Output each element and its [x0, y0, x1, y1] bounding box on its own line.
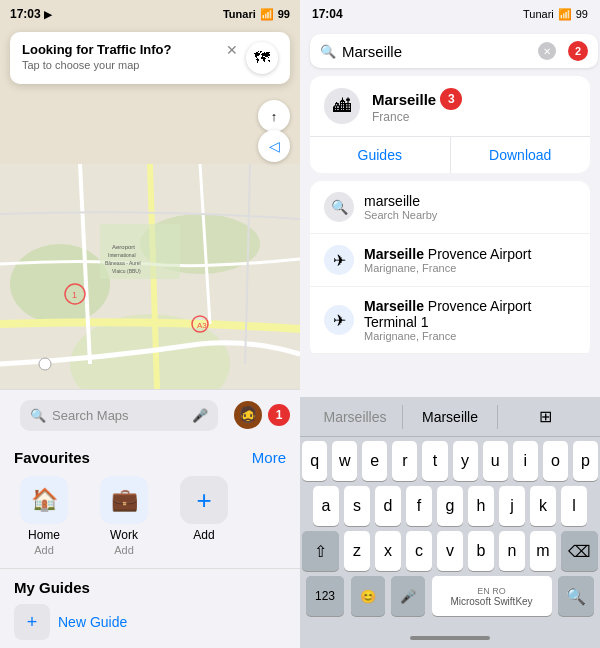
key-d[interactable]: d: [375, 486, 401, 526]
key-y[interactable]: y: [453, 441, 478, 481]
kb-row-1: q w e r t y u i o p: [302, 441, 598, 481]
right-panel: 17:04 Tunari 📶 99 🔍 ✕ 2 Cancel 🏙 Marseil…: [300, 0, 600, 648]
key-h[interactable]: h: [468, 486, 494, 526]
my-guides-section: My Guides + New Guide: [0, 568, 300, 648]
more-link[interactable]: More: [252, 449, 286, 466]
new-guide-icon: +: [14, 604, 50, 640]
home-indicator: [300, 628, 600, 648]
traffic-banner[interactable]: Looking for Traffic Info? Tap to choose …: [10, 32, 290, 84]
svg-text:1: 1: [72, 290, 77, 300]
left-panel: Aeroport International Băneasa - Aurel V…: [0, 0, 300, 648]
num-key[interactable]: 123: [306, 576, 344, 616]
traffic-text: Looking for Traffic Info? Tap to choose …: [22, 42, 172, 71]
result-actions: Guides Download: [310, 136, 590, 173]
traffic-close-icon[interactable]: ✕: [226, 42, 238, 58]
search-key[interactable]: 🔍: [558, 576, 594, 616]
key-j[interactable]: j: [499, 486, 525, 526]
delete-key[interactable]: ⌫: [561, 531, 598, 571]
fav-items: 🏠 Home Add 💼 Work Add + Add: [0, 472, 300, 568]
svg-text:Vlaicu (BBU): Vlaicu (BBU): [112, 268, 141, 274]
sug-sub-3: Marignane, France: [364, 330, 576, 342]
bottom-section: 🔍 Search Maps 🎤 🧔 1 Favourites More 🏠 Ho…: [0, 389, 300, 648]
sug-title-3: Marseille Provence Airport Terminal 1: [364, 298, 576, 330]
search-suggestions: 🔍 marseille Search Nearby ✈ Marseille Pr…: [310, 181, 590, 358]
key-q[interactable]: q: [302, 441, 327, 481]
download-button[interactable]: Download: [450, 137, 591, 173]
suggestion-item-1[interactable]: 🔍 marseille Search Nearby: [310, 181, 590, 234]
sug-sub-1: Search Nearby: [364, 209, 437, 221]
space-lang: EN RO: [477, 586, 506, 596]
avatar-icon[interactable]: 🧔: [234, 401, 262, 429]
main-result-card: 🏙 Marseille 3 France Guides Download: [310, 76, 590, 173]
key-z[interactable]: z: [344, 531, 370, 571]
suggestion-item-3[interactable]: ✈ Marseille Provence Airport Terminal 1 …: [310, 287, 590, 354]
traffic-title: Looking for Traffic Info?: [22, 42, 172, 57]
mic-icon-left[interactable]: 🎤: [192, 408, 208, 423]
sug-text-2: Marseille Provence Airport Marignane, Fr…: [364, 246, 531, 274]
keyboard-area: Marseilles Marseille ⊞ q w e r t y u i o: [300, 397, 600, 648]
key-a[interactable]: a: [313, 486, 339, 526]
shift-key[interactable]: ⇧: [302, 531, 339, 571]
key-o[interactable]: o: [543, 441, 568, 481]
sug-text-3: Marseille Provence Airport Terminal 1 Ma…: [364, 298, 576, 342]
fav-item-home[interactable]: 🏠 Home Add: [14, 476, 74, 556]
location-arrow-icon: ▶: [44, 9, 52, 20]
search-area: 🔍 ✕ 2 Cancel: [300, 28, 600, 76]
key-k[interactable]: k: [530, 486, 556, 526]
key-p[interactable]: p: [573, 441, 598, 481]
fav-item-add[interactable]: + Add: [174, 476, 234, 556]
key-t[interactable]: t: [422, 441, 447, 481]
time-right: 17:04: [312, 7, 343, 21]
main-result-item[interactable]: 🏙 Marseille 3 France: [310, 76, 590, 136]
work-fav-sub: Add: [114, 544, 134, 556]
compass-button[interactable]: ↑: [258, 100, 290, 132]
add-fav-icon: +: [180, 476, 228, 524]
key-c[interactable]: c: [406, 531, 432, 571]
wifi-icon-left: 📶: [260, 8, 274, 21]
keyboard-keys: q w e r t y u i o p a s d f g h j k: [300, 437, 600, 628]
key-v[interactable]: v: [437, 531, 463, 571]
sug-text-1: marseille Search Nearby: [364, 193, 437, 221]
home-bar: [410, 636, 490, 640]
clear-search-button[interactable]: ✕: [538, 42, 556, 60]
fav-item-work[interactable]: 💼 Work Add: [94, 476, 154, 556]
key-l[interactable]: l: [561, 486, 587, 526]
search-bar-left[interactable]: 🔍 Search Maps 🎤: [20, 400, 218, 431]
compass-icon: ↑: [271, 109, 278, 124]
favourites-header: Favourites More: [0, 445, 300, 472]
work-fav-label: Work: [110, 528, 138, 542]
key-x[interactable]: x: [375, 531, 401, 571]
autocomplete-word-1[interactable]: Marseilles: [308, 405, 403, 429]
add-fav-label: Add: [193, 528, 214, 542]
search-input-bar[interactable]: 🔍 ✕ 2: [310, 34, 598, 68]
search-row: 🔍 Search Maps 🎤 🧔 1: [0, 390, 300, 445]
key-f[interactable]: f: [406, 486, 432, 526]
location-button[interactable]: ◁: [258, 130, 290, 162]
key-r[interactable]: r: [392, 441, 417, 481]
mic-key[interactable]: 🎤: [391, 576, 425, 616]
suggestion-separator: [310, 354, 590, 358]
autocomplete-word-2[interactable]: Marseille: [403, 405, 498, 429]
search-input-right[interactable]: [342, 43, 532, 60]
emoji-key[interactable]: 😊: [351, 576, 385, 616]
key-m[interactable]: m: [530, 531, 556, 571]
autocomplete-word-3[interactable]: ⊞: [498, 403, 592, 430]
space-brand: Microsoft SwiftKey: [450, 596, 532, 607]
suggestion-item-2[interactable]: ✈ Marseille Provence Airport Marignane, …: [310, 234, 590, 287]
my-guides-title: My Guides: [14, 573, 286, 596]
key-u[interactable]: u: [483, 441, 508, 481]
key-w[interactable]: w: [332, 441, 357, 481]
key-g[interactable]: g: [437, 486, 463, 526]
kb-row-3: ⇧ z x c v b n m ⌫: [302, 531, 598, 571]
key-n[interactable]: n: [499, 531, 525, 571]
key-b[interactable]: b: [468, 531, 494, 571]
home-fav-label: Home: [28, 528, 60, 542]
key-e[interactable]: e: [362, 441, 387, 481]
new-guide-label: New Guide: [58, 614, 127, 630]
space-key[interactable]: EN RO Microsoft SwiftKey: [432, 576, 552, 616]
guides-button[interactable]: Guides: [310, 137, 450, 173]
key-i[interactable]: i: [513, 441, 538, 481]
svg-point-1: [10, 244, 110, 324]
key-s[interactable]: s: [344, 486, 370, 526]
new-guide-row[interactable]: + New Guide: [14, 596, 286, 644]
